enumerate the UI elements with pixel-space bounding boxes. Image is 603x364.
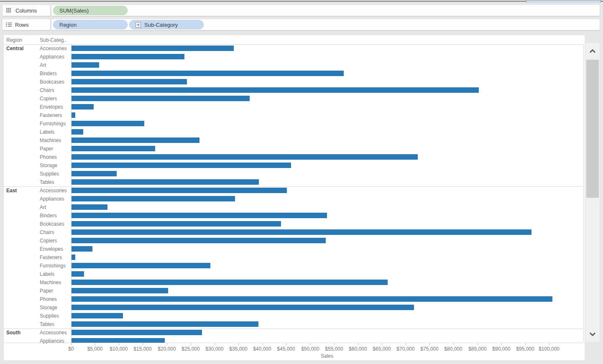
subcategory-row-header[interactable]: Paper	[40, 145, 53, 153]
x-axis-tick-label: $15,000	[133, 346, 151, 352]
region-column-header[interactable]: Region	[6, 37, 22, 43]
sales-bar[interactable]	[72, 246, 92, 252]
sales-bar[interactable]	[72, 112, 75, 118]
sales-bar[interactable]	[72, 313, 123, 318]
sales-bar[interactable]	[72, 121, 144, 126]
sales-bar[interactable]	[72, 221, 281, 227]
sales-bar[interactable]	[72, 305, 414, 310]
sales-bar[interactable]	[72, 238, 326, 243]
scroll-up-button[interactable]	[585, 43, 600, 59]
subcategory-row-header[interactable]: Art	[40, 203, 46, 211]
sales-bar[interactable]	[72, 54, 184, 59]
subcategory-row-header[interactable]: Accessories	[40, 186, 67, 195]
subcategory-column-header[interactable]: Sub-Categ..	[40, 37, 66, 43]
subcategory-row-header[interactable]: Art	[40, 61, 46, 69]
subcategory-row-header[interactable]: Copiers	[40, 94, 57, 103]
sales-bar[interactable]	[72, 179, 259, 185]
subcategory-row-header[interactable]: Chairs	[40, 228, 54, 237]
subcategory-row-header[interactable]: Accessories	[40, 328, 67, 337]
sales-bar[interactable]	[72, 213, 327, 218]
sales-bar[interactable]	[72, 137, 199, 143]
pill-sum-sales[interactable]: SUM(Sales)	[53, 6, 128, 15]
x-axis-tick-label: $20,000	[158, 346, 176, 352]
x-axis-tick	[453, 343, 454, 345]
subcategory-row-header[interactable]: Copiers	[40, 237, 57, 245]
scrollbar-thumb[interactable]	[586, 60, 599, 198]
sales-bar[interactable]	[72, 338, 165, 343]
sales-bar[interactable]	[72, 271, 84, 277]
sales-bar[interactable]	[72, 288, 168, 293]
region-row-header[interactable]: East	[6, 188, 17, 193]
subcategory-row-header[interactable]: Accessories	[40, 44, 67, 53]
sales-bar[interactable]	[72, 204, 107, 210]
sales-bar[interactable]	[72, 154, 418, 160]
subcategory-row-header[interactable]: Appliances	[40, 53, 64, 61]
sales-bar[interactable]	[72, 71, 344, 76]
tableau-worksheet-view: Columns SUM(Sales) Rows Region Sub-Categ…	[0, 0, 603, 364]
region-row-header[interactable]: Central	[6, 46, 23, 51]
sales-bar[interactable]	[72, 330, 202, 335]
x-axis-tick	[119, 343, 119, 345]
subcategory-row-header[interactable]: Machines	[40, 278, 61, 287]
subcategory-row-header[interactable]: Labels	[40, 128, 54, 136]
columns-shelf-droparea[interactable]: SUM(Sales)	[51, 5, 600, 16]
x-axis-tick-label: $85,000	[468, 346, 486, 352]
subcategory-row-header[interactable]: Furnishings	[40, 120, 66, 128]
subcategory-row-header[interactable]: Envelopes	[40, 245, 63, 253]
subcategory-row-header[interactable]: Appliances	[40, 337, 64, 345]
sales-bar[interactable]	[72, 79, 187, 84]
x-axis-tick-label: $45,000	[277, 346, 295, 352]
subcategory-row-header[interactable]: Binders	[40, 211, 57, 220]
pill-sub-category[interactable]: Sub-Category	[129, 20, 204, 29]
subcategory-row-header[interactable]: Storage	[40, 303, 57, 312]
pill-sum-sales-label: SUM(Sales)	[59, 8, 89, 14]
subcategory-row-header[interactable]: Phones	[40, 153, 57, 161]
sales-bar[interactable]	[72, 104, 94, 109]
vertical-scrollbar[interactable]	[585, 43, 600, 342]
subcategory-row-header[interactable]: Bookcases	[40, 220, 64, 228]
sales-bar[interactable]	[72, 263, 210, 268]
subcategory-row-header[interactable]: Tables	[40, 320, 54, 328]
subcategory-row-header[interactable]: Storage	[40, 161, 57, 170]
pill-region[interactable]: Region	[53, 20, 128, 29]
subcategory-row-header[interactable]: Paper	[40, 287, 53, 295]
sales-bar[interactable]	[72, 321, 258, 327]
sales-bar[interactable]	[72, 188, 287, 193]
subcategory-row-header[interactable]: Binders	[40, 69, 57, 78]
subcategory-row-header[interactable]: Supplies	[40, 170, 59, 178]
sales-bar[interactable]	[72, 62, 99, 68]
subcategory-row-header[interactable]: Phones	[40, 295, 57, 303]
subcategory-row-header[interactable]: Appliances	[40, 195, 64, 203]
rows-shelf-droparea[interactable]: Region Sub-Category	[51, 19, 600, 30]
subcategory-row-header[interactable]: Machines	[40, 136, 61, 145]
subcategory-row-header[interactable]: Supplies	[40, 312, 59, 320]
scroll-down-button[interactable]	[585, 326, 600, 342]
expand-plus-icon[interactable]	[135, 22, 141, 28]
x-axis-tick-label: $25,000	[181, 346, 199, 352]
subcategory-row-header[interactable]: Chairs	[40, 86, 54, 94]
sales-bar[interactable]	[72, 46, 234, 51]
subcategory-row-header[interactable]: Envelopes	[40, 103, 63, 111]
sales-bar[interactable]	[72, 196, 235, 201]
sales-bar[interactable]	[72, 129, 83, 135]
subcategory-row-header[interactable]: Fasteners	[40, 111, 62, 120]
x-axis-tick	[286, 343, 286, 345]
sales-bar[interactable]	[72, 96, 250, 101]
sales-bar[interactable]	[72, 296, 552, 302]
rows-shelf-label: Rows	[3, 19, 50, 30]
sales-bar[interactable]	[72, 146, 155, 151]
chevron-down-icon	[589, 332, 596, 336]
sales-bar[interactable]	[72, 171, 117, 176]
sales-bar[interactable]	[72, 280, 388, 285]
sales-bar[interactable]	[72, 87, 479, 93]
subcategory-row-header[interactable]: Furnishings	[40, 262, 66, 270]
subcategory-row-header[interactable]: Fasteners	[40, 253, 62, 262]
subcategory-row-header[interactable]: Tables	[40, 178, 54, 186]
subcategory-row-header[interactable]: Labels	[40, 270, 54, 278]
rows-shelf-row: Rows Region Sub-Category	[0, 19, 603, 30]
sales-bar[interactable]	[72, 163, 291, 168]
sales-bar[interactable]	[72, 229, 531, 235]
region-row-header[interactable]: South	[6, 330, 20, 336]
sales-bar[interactable]	[72, 255, 75, 260]
subcategory-row-header[interactable]: Bookcases	[40, 78, 64, 86]
